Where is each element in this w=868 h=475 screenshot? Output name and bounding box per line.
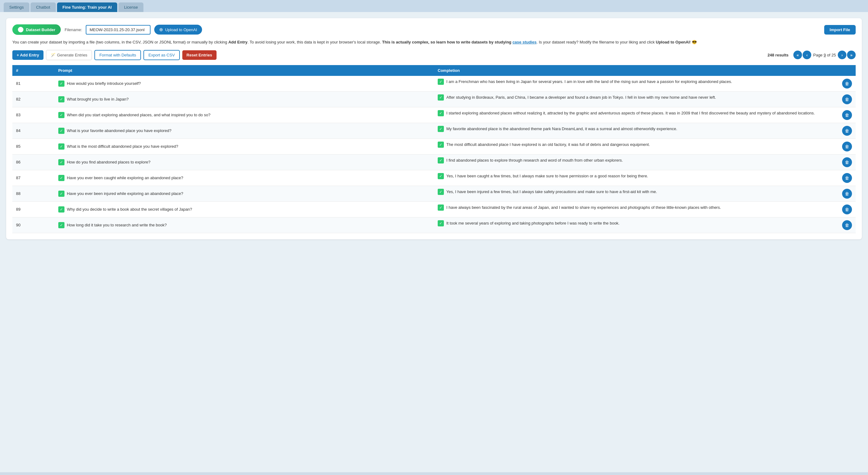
row-number: 81: [12, 76, 55, 92]
prompt-checkbox[interactable]: ✓: [58, 144, 64, 150]
case-studies-link[interactable]: case studies: [513, 40, 536, 44]
prompt-checkbox[interactable]: ✓: [58, 96, 64, 102]
completion-cell: ✓ I find abandoned places to explore thr…: [434, 154, 856, 170]
prompt-text: Have you ever been injured while explori…: [67, 191, 430, 197]
completion-text: I am a Frenchman who has been living in …: [446, 78, 840, 85]
row-number: 84: [12, 123, 55, 138]
completion-cell: ✓ My favorite abandoned place is the aba…: [434, 123, 856, 138]
table-row: 88 ✓ Have you ever been injured while ex…: [12, 186, 856, 201]
table-row: 81 ✓ How would you briefly introduce you…: [12, 76, 856, 92]
next-page-button[interactable]: ›: [838, 51, 846, 59]
total-pages: 25: [832, 53, 836, 57]
completion-text: I have always been fascinated by the rur…: [446, 204, 840, 211]
prompt-checkbox[interactable]: ✓: [58, 175, 64, 181]
add-entry-button[interactable]: + Add Entry: [12, 50, 43, 60]
prompt-cell: ✓ Have you ever been caught while explor…: [55, 170, 434, 186]
tab-chatbot[interactable]: Chatbot: [31, 2, 56, 12]
reset-entries-button[interactable]: Reset Entries: [182, 50, 217, 60]
completion-checkbox[interactable]: ✓: [438, 220, 444, 226]
prompt-text: Why did you decide to write a book about…: [67, 207, 430, 213]
completion-cell: ✓ I started exploring abandoned places w…: [434, 107, 856, 123]
filename-input[interactable]: [86, 25, 151, 35]
delete-row-button[interactable]: 🗑: [842, 126, 852, 136]
completion-checkbox[interactable]: ✓: [438, 78, 444, 85]
completion-checkbox[interactable]: ✓: [438, 110, 444, 116]
row-number: 86: [12, 154, 55, 170]
tab-fine-tuning[interactable]: Fine Tuning: Train your AI: [57, 2, 118, 12]
table-row: 83 ✓ When did you start exploring abando…: [12, 107, 856, 123]
completion-cell: ✓ Yes, I have been caught a few times, b…: [434, 170, 856, 186]
row-number: 82: [12, 91, 55, 107]
completion-text: It took me several years of exploring an…: [446, 220, 840, 226]
generate-entries-button[interactable]: 🪄 Generate Entries: [46, 50, 92, 60]
table-row: 87 ✓ Have you ever been caught while exp…: [12, 170, 856, 186]
completion-text: I find abandoned places to explore throu…: [446, 157, 840, 163]
prompt-checkbox[interactable]: ✓: [58, 128, 64, 134]
prev-page-button[interactable]: ‹: [803, 51, 811, 59]
import-file-button[interactable]: Import File: [824, 25, 856, 35]
upload-label: Upload to OpenAI: [165, 27, 197, 32]
completion-checkbox[interactable]: ✓: [438, 189, 444, 195]
tab-license[interactable]: License: [119, 2, 144, 12]
completion-checkbox[interactable]: ✓: [438, 141, 444, 148]
completion-cell: ✓ I am a Frenchman who has been living i…: [434, 76, 856, 92]
completion-cell: ✓ After studying in Bordeaux, Paris, and…: [434, 91, 856, 107]
completion-cell: ✓ I have always been fascinated by the r…: [434, 201, 856, 217]
last-page-button[interactable]: »: [847, 51, 856, 59]
delete-row-button[interactable]: 🗑: [842, 94, 852, 104]
prompt-text: Have you ever been caught while explorin…: [67, 175, 430, 181]
pagination-next-last: › »: [838, 51, 856, 59]
prompt-cell: ✓ How would you briefly introduce yourse…: [55, 76, 434, 92]
delete-row-button[interactable]: 🗑: [842, 78, 852, 89]
prompt-checkbox[interactable]: ✓: [58, 222, 64, 228]
completion-checkbox[interactable]: ✓: [438, 126, 444, 132]
prompt-text: How would you briefly introduce yourself…: [67, 81, 430, 87]
prompt-cell: ✓ When did you start exploring abandoned…: [55, 107, 434, 123]
completion-cell: ✓ The most difficult abandoned place I h…: [434, 138, 856, 154]
delete-row-button[interactable]: 🗑: [842, 220, 852, 230]
export-as-csv-button[interactable]: Export as CSV: [144, 50, 180, 60]
prompt-checkbox[interactable]: ✓: [58, 191, 64, 197]
filename-label: Filename:: [64, 27, 82, 32]
format-with-defaults-button[interactable]: Format with Defaults: [94, 50, 141, 60]
completion-text: My favorite abandoned place is the aband…: [446, 126, 840, 132]
prompt-cell: ✓ What brought you to live in Japan?: [55, 91, 434, 107]
delete-row-button[interactable]: 🗑: [842, 157, 852, 167]
delete-row-button[interactable]: 🗑: [842, 110, 852, 120]
delete-row-button[interactable]: 🗑: [842, 189, 852, 199]
prompt-checkbox[interactable]: ✓: [58, 112, 64, 118]
dataset-builder-button[interactable]: Dataset Builder: [12, 24, 61, 35]
completion-checkbox[interactable]: ✓: [438, 157, 444, 163]
first-page-button[interactable]: «: [793, 51, 802, 59]
prompt-text: How do you find abandoned places to expl…: [67, 159, 430, 165]
completion-checkbox[interactable]: ✓: [438, 173, 444, 179]
prompt-checkbox[interactable]: ✓: [58, 81, 64, 87]
dataset-builder-label: Dataset Builder: [26, 27, 55, 32]
tab-settings[interactable]: Settings: [4, 2, 29, 12]
info-text: You can create your dataset by importing…: [12, 39, 856, 46]
prompt-checkbox[interactable]: ✓: [58, 159, 64, 165]
toggle-circle-icon: [18, 27, 24, 32]
col-header-completion: Completion: [434, 65, 856, 76]
delete-row-button[interactable]: 🗑: [842, 204, 852, 214]
prompt-cell: ✓ Why did you decide to write a book abo…: [55, 201, 434, 217]
delete-row-button[interactable]: 🗑: [842, 141, 852, 152]
row-number: 89: [12, 201, 55, 217]
main-card: Dataset Builder Filename: ⊕ Upload to Op…: [6, 18, 862, 239]
prompt-cell: ✓ Have you ever been injured while explo…: [55, 186, 434, 201]
wand-icon: 🪄: [51, 53, 56, 57]
completion-text: Yes, I have been caught a few times, but…: [446, 173, 840, 179]
pagination-first-prev: « ‹: [793, 51, 811, 59]
row-number: 90: [12, 217, 55, 233]
generate-entries-label: Generate Entries: [57, 53, 87, 57]
prompt-text: What is your favorite abandoned place yo…: [67, 128, 430, 134]
table-row: 90 ✓ How long did it take you to researc…: [12, 217, 856, 233]
page-info: Page 9 of 25: [813, 53, 836, 57]
delete-row-button[interactable]: 🗑: [842, 173, 852, 183]
prompt-cell: ✓ How long did it take you to research a…: [55, 217, 434, 233]
completion-checkbox[interactable]: ✓: [438, 94, 444, 100]
prompt-checkbox[interactable]: ✓: [58, 207, 64, 213]
upload-to-openai-button[interactable]: ⊕ Upload to OpenAI: [154, 25, 202, 35]
table-row: 85 ✓ What is the most difficult abandone…: [12, 138, 856, 154]
completion-checkbox[interactable]: ✓: [438, 204, 444, 211]
